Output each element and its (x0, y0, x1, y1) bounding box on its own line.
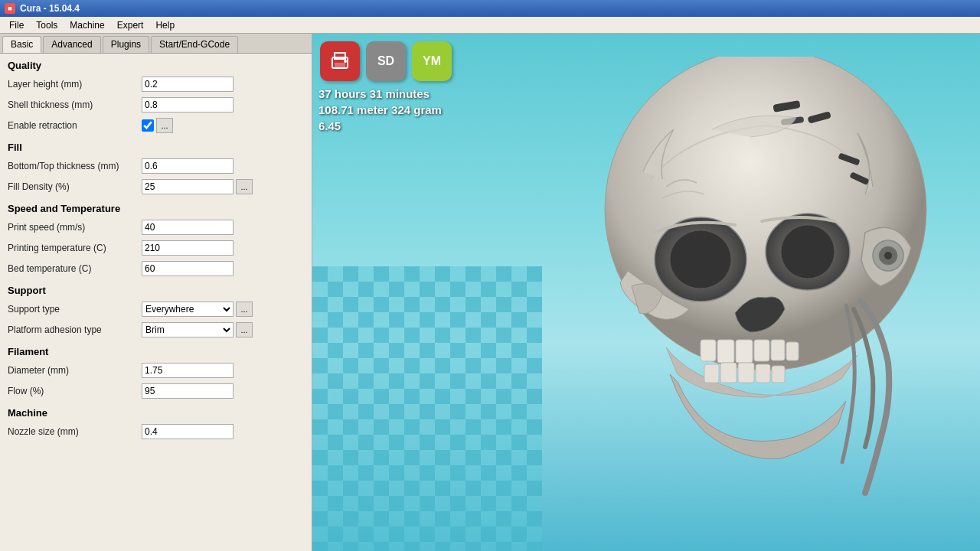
app-icon: ■ (5, 3, 15, 14)
field-print-speed-label: Print speed (mm/s) (8, 222, 142, 233)
field-diameter-input[interactable] (142, 363, 234, 378)
field-platform-adhesion-dots-btn[interactable]: ... (236, 322, 253, 337)
svg-rect-16 (704, 364, 719, 383)
field-fill-density-label: Fill Density (%) (8, 181, 142, 192)
menu-file[interactable]: File (3, 18, 30, 32)
field-bottom-top-thickness-label: Bottom/Top thickness (mm) (8, 161, 142, 171)
icons-overlay: SD YM (320, 41, 452, 81)
main-layout: Basic Advanced Plugins Start/End-GCode Q… (0, 34, 980, 551)
section-fill-title: Fill (8, 142, 304, 153)
field-shell-thickness-input[interactable] (142, 97, 234, 112)
field-diameter: Diameter (mm) (8, 362, 304, 379)
field-platform-adhesion-wrap: None Brim Raft ... (142, 322, 253, 337)
svg-rect-31 (335, 63, 345, 68)
tab-basic[interactable]: Basic (2, 36, 41, 53)
tab-advanced[interactable]: Advanced (43, 36, 100, 53)
menu-expert[interactable]: Expert (111, 18, 150, 32)
title-bar: ■ Cura - 15.04.4 (0, 0, 980, 17)
field-support-type: Support type None Everywhere Touching bu… (8, 301, 304, 318)
svg-rect-10 (701, 340, 716, 361)
field-enable-retraction: Enable retraction ... (8, 117, 304, 134)
field-nozzle-size-input[interactable] (142, 424, 234, 439)
section-support-title: Support (8, 285, 304, 296)
tab-bar: Basic Advanced Plugins Start/End-GCode (0, 34, 312, 54)
section-machine-title: Machine (8, 407, 304, 419)
field-bottom-top-thickness: Bottom/Top thickness (mm) (8, 158, 304, 174)
field-support-type-label: Support type (8, 304, 142, 315)
svg-point-7 (670, 230, 731, 289)
menu-tools[interactable]: Tools (30, 18, 64, 32)
field-shell-thickness-label: Shell thickness (mm) (8, 99, 142, 110)
menu-help[interactable]: Help (149, 18, 181, 32)
field-diameter-label: Diameter (mm) (8, 365, 142, 376)
field-print-speed: Print speed (mm/s) (8, 219, 304, 236)
svg-rect-18 (738, 363, 754, 383)
field-platform-adhesion-select[interactable]: None Brim Raft (142, 322, 234, 337)
print-info: 37 hours 31 minutes 108.71 meter 324 gra… (318, 86, 442, 134)
field-support-type-dots-btn[interactable]: ... (236, 302, 253, 317)
field-printing-temp-label: Printing temperature (C) (8, 243, 142, 253)
svg-rect-17 (720, 363, 737, 383)
print-length-weight: 108.71 meter 324 gram (318, 102, 442, 118)
field-fill-density-dots-btn[interactable]: ... (236, 179, 253, 194)
right-panel: 37 hours 31 minutes 108.71 meter 324 gra… (312, 34, 980, 551)
field-enable-retraction-label: Enable retraction (8, 120, 142, 131)
field-platform-adhesion: Platform adhesion type None Brim Raft ..… (8, 321, 304, 338)
print-button[interactable] (320, 41, 360, 81)
field-support-type-select[interactable]: None Everywhere Touching buildplate (142, 302, 234, 317)
sd-icon-label: SD (377, 54, 394, 68)
field-print-speed-input[interactable] (142, 220, 234, 235)
svg-rect-11 (717, 340, 734, 363)
print-time: 37 hours 31 minutes (318, 86, 442, 102)
field-layer-height-label: Layer height (mm) (8, 79, 142, 90)
field-bed-temp: Bed temperature (C) (8, 260, 304, 277)
floor-checkerboard (312, 266, 542, 551)
view-3d[interactable]: 37 hours 31 minutes 108.71 meter 324 gra… (312, 34, 980, 551)
svg-rect-20 (772, 366, 785, 383)
field-flow-input[interactable] (142, 383, 234, 399)
svg-rect-19 (756, 364, 770, 383)
svg-point-32 (344, 60, 347, 63)
field-bottom-top-thickness-input[interactable] (142, 158, 234, 174)
field-fill-density-input[interactable] (142, 179, 234, 194)
app-title: Cura - 15.04.4 (20, 3, 80, 14)
menu-machine[interactable]: Machine (64, 18, 110, 32)
print-cost: 6.45 (318, 118, 442, 134)
svg-rect-13 (754, 340, 769, 361)
field-support-type-wrap: None Everywhere Touching buildplate ... (142, 302, 253, 317)
svg-rect-12 (736, 340, 753, 363)
field-fill-density: Fill Density (%) ... (8, 178, 304, 195)
field-shell-thickness: Shell thickness (mm) (8, 96, 304, 113)
field-platform-adhesion-label: Platform adhesion type (8, 324, 142, 335)
svg-rect-15 (786, 342, 799, 360)
field-layer-height: Layer height (mm) (8, 76, 304, 93)
svg-rect-4 (312, 266, 542, 551)
svg-rect-14 (771, 340, 785, 360)
svg-point-28 (884, 252, 892, 259)
field-layer-height-input[interactable] (142, 77, 234, 92)
field-nozzle-size: Nozzle size (mm) (8, 423, 304, 440)
section-speed-temp-title: Speed and Temperature (8, 203, 304, 214)
section-filament-title: Filament (8, 346, 304, 357)
svg-point-9 (781, 225, 835, 279)
tab-plugins[interactable]: Plugins (103, 36, 149, 53)
tab-start-end-gcode[interactable]: Start/End-GCode (151, 36, 238, 53)
field-flow-label: Flow (%) (8, 386, 142, 396)
menu-bar: File Tools Machine Expert Help (0, 17, 980, 34)
field-printing-temp: Printing temperature (C) (8, 240, 304, 256)
skull-model (536, 57, 957, 531)
section-quality-title: Quality (8, 60, 304, 71)
icon-row: SD YM (320, 41, 452, 81)
field-bed-temp-label: Bed temperature (C) (8, 263, 142, 274)
field-printing-temp-input[interactable] (142, 240, 234, 256)
ym-icon-label: YM (423, 54, 441, 68)
field-bed-temp-input[interactable] (142, 261, 234, 276)
field-flow: Flow (%) (8, 383, 304, 399)
left-panel: Basic Advanced Plugins Start/End-GCode Q… (0, 34, 312, 551)
field-enable-retraction-dots-btn[interactable]: ... (156, 118, 173, 133)
ym-button[interactable]: YM (412, 41, 452, 81)
field-enable-retraction-checkbox[interactable] (142, 119, 154, 132)
sd-card-button[interactable]: SD (366, 41, 406, 81)
settings-content: Quality Layer height (mm) Shell thicknes… (0, 54, 312, 551)
field-nozzle-size-label: Nozzle size (mm) (8, 426, 142, 437)
